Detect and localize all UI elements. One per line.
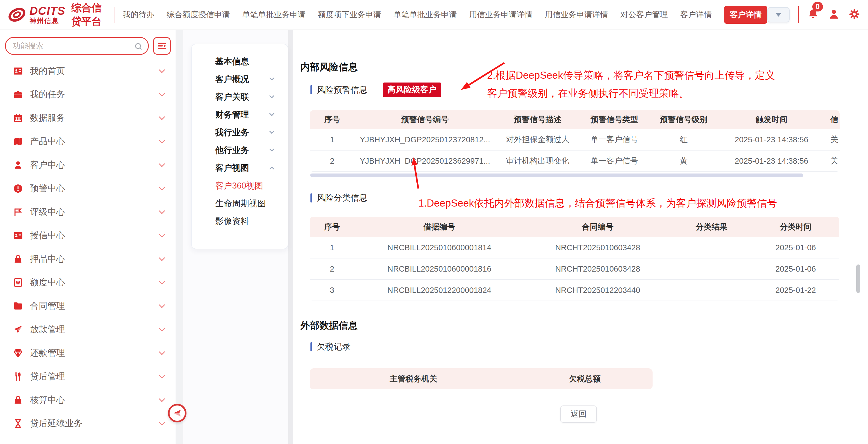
sidebar-item[interactable]: 贷后管理 bbox=[0, 365, 176, 388]
high-risk-badge: 高风险级客户 bbox=[383, 83, 441, 97]
submenu-item[interactable]: 客户关联 bbox=[192, 88, 288, 106]
table-cell: NRCBILL2025010600001814 bbox=[354, 237, 524, 259]
horizontal-scrollbar[interactable] bbox=[310, 174, 803, 177]
table-cell: 黄 bbox=[649, 151, 719, 172]
top-nav-tab[interactable]: 单笔单批业务申请 bbox=[394, 9, 457, 20]
sidebar-item[interactable]: 授信中心 bbox=[0, 224, 176, 247]
top-nav-tab[interactable]: 单笔单批业务申请 bbox=[242, 9, 306, 20]
section-bar bbox=[310, 343, 312, 351]
sidebar-item[interactable]: 合同管理 bbox=[0, 294, 176, 318]
table-cell: 2 bbox=[310, 259, 354, 280]
column-header: 序号 bbox=[310, 217, 354, 237]
submenu-item[interactable]: 客户概况 bbox=[192, 70, 288, 88]
table-cell: 2 bbox=[310, 151, 355, 172]
submenu-item[interactable]: 生命周期视图 bbox=[192, 195, 288, 212]
sidebar-item[interactable]: 评级中心 bbox=[0, 200, 176, 224]
menu-fold-button[interactable] bbox=[153, 37, 170, 55]
user-icon bbox=[828, 8, 840, 21]
table-cell: 关 bbox=[824, 151, 840, 172]
column-header: 序号 bbox=[310, 110, 355, 129]
actions-divider bbox=[798, 6, 799, 23]
sidebar-divider-strip bbox=[176, 30, 183, 444]
table-cell: 2025-01-22 bbox=[752, 280, 839, 301]
chevron-down-icon bbox=[159, 373, 165, 379]
chevron-down-icon bbox=[159, 184, 165, 191]
chevron-down-icon bbox=[159, 255, 165, 261]
table-cell bbox=[671, 280, 752, 301]
sidebar-item[interactable]: W 额度中心 bbox=[0, 271, 176, 294]
layout-dropdown-button[interactable] bbox=[767, 7, 789, 22]
annotation-1: 1.DeepSeek依托内外部数据信息，结合预警信号体系，为客户探测风险预警信号 bbox=[418, 197, 777, 210]
top-actions: 0 bbox=[767, 6, 860, 23]
submenu-item[interactable]: 财务管理 bbox=[192, 106, 288, 123]
customer-360-content: 内部风险信息 风险预警信息 高风险级客户 2.根据DeepSeek传导策略，将客… bbox=[293, 30, 868, 444]
chevron-down-icon bbox=[269, 76, 274, 80]
sidebar-item[interactable]: 核算中心 bbox=[0, 388, 176, 412]
submenu-item[interactable]: 客户视图 bbox=[192, 159, 288, 177]
tax-record-label: 欠税记录 bbox=[317, 341, 350, 352]
table-row: 2NRCBILL2025010600001816NRCHT20250106034… bbox=[310, 259, 839, 280]
top-nav-tab[interactable]: 客户详情 bbox=[724, 6, 767, 24]
column-header: 预警信号描述 bbox=[495, 110, 580, 129]
submenu-item[interactable]: 基本信息 bbox=[192, 53, 288, 70]
chevron-down-icon bbox=[159, 231, 165, 238]
briefcase-icon bbox=[12, 89, 24, 100]
vertical-scrollbar[interactable] bbox=[856, 265, 860, 293]
table-cell: 对外担保金额过大 bbox=[495, 129, 580, 151]
table-cell: NRCBILL2025010600001816 bbox=[354, 259, 524, 280]
sidebar-item[interactable]: 预警中心 bbox=[0, 177, 176, 200]
brand: DCITS 神州信息 综合信贷平台 bbox=[8, 1, 123, 28]
sidebar-item[interactable]: 客户中心 bbox=[0, 153, 176, 177]
sidebar-item[interactable]: 我的任务 bbox=[0, 83, 176, 106]
sidebar-item[interactable]: 贷后延续业务 bbox=[0, 412, 176, 435]
submenu-item[interactable]: 他行业务 bbox=[192, 141, 288, 159]
menu-fold-icon bbox=[156, 40, 167, 51]
top-nav-tab[interactable]: 用信业务申请详情 bbox=[545, 9, 608, 20]
sidebar-menu: 我的首页 我的任务 数据服务 产品中心 bbox=[0, 59, 176, 435]
map-icon bbox=[12, 136, 24, 147]
table-cell bbox=[671, 237, 752, 259]
sidebar-item[interactable]: 押品中心 bbox=[0, 247, 176, 271]
settings-button[interactable] bbox=[848, 8, 860, 21]
function-search-input[interactable] bbox=[13, 41, 132, 50]
top-navigation-bar: DCITS 神州信息 综合信贷平台 我的待办 综合额度授信申请 单笔单批业务申请… bbox=[0, 0, 868, 30]
top-nav-tab[interactable]: 我的待办 bbox=[123, 9, 154, 20]
submenu-area: 基本信息 客户概况 客户关联 财务管理 我行业务 bbox=[183, 30, 288, 444]
risk-class-section: 风险分类信息 bbox=[310, 192, 368, 204]
sidebar-item[interactable]: 放款管理 bbox=[0, 318, 176, 341]
customer-detail-submenu: 基本信息 客户概况 客户关联 财务管理 我行业务 bbox=[191, 44, 288, 249]
app-title: 综合信贷平台 bbox=[71, 1, 107, 28]
svg-text:W: W bbox=[16, 280, 20, 285]
submenu-item[interactable]: 我行业务 bbox=[192, 123, 288, 141]
send-icon bbox=[12, 324, 24, 335]
table-row: 1NRCBILL2025010600001814NRCHT20250106034… bbox=[310, 237, 839, 259]
sidebar-item[interactable]: 我的首页 bbox=[0, 59, 176, 83]
notifications-button[interactable]: 0 bbox=[807, 8, 819, 22]
sidebar-item[interactable]: 还款管理 bbox=[0, 341, 176, 365]
gear-icon bbox=[848, 8, 860, 20]
submenu-item[interactable]: 影像资料 bbox=[192, 212, 288, 230]
column-header: 预警信号编号 bbox=[355, 110, 495, 129]
risk-classification-table: 序号借据编号合同编号分类结果分类时间1NRCBILL20250106000018… bbox=[310, 217, 840, 301]
top-nav-tab[interactable]: 用信业务申请详情 bbox=[469, 9, 532, 20]
top-nav-tab[interactable]: 额度项下业务申请 bbox=[318, 9, 381, 20]
idcard-icon bbox=[12, 230, 24, 241]
chevron-down-icon bbox=[159, 161, 165, 167]
top-nav-tab[interactable]: 综合额度授信申请 bbox=[166, 9, 230, 20]
back-button[interactable]: 返回 bbox=[560, 406, 597, 423]
top-nav-tab[interactable]: 对公客户管理 bbox=[620, 9, 668, 20]
table-cell: NRCHT2025010603428 bbox=[524, 237, 671, 259]
user-button[interactable] bbox=[828, 8, 840, 22]
panel-divider-strip bbox=[288, 30, 293, 444]
chevron-down-icon bbox=[269, 93, 274, 98]
top-nav-tab[interactable]: 客户详情 bbox=[680, 9, 712, 20]
flag-icon bbox=[12, 207, 24, 217]
sidebar-collapse-button[interactable] bbox=[168, 404, 186, 422]
submenu-item[interactable]: 客户360视图 bbox=[192, 177, 288, 195]
table-cell bbox=[671, 259, 752, 280]
brand-name: DCITS bbox=[30, 5, 65, 17]
sidebar-item[interactable]: 数据服务 bbox=[0, 106, 176, 130]
chevron-down-icon bbox=[159, 419, 165, 426]
chevron-down-icon bbox=[269, 111, 274, 116]
sidebar-item[interactable]: 产品中心 bbox=[0, 130, 176, 153]
